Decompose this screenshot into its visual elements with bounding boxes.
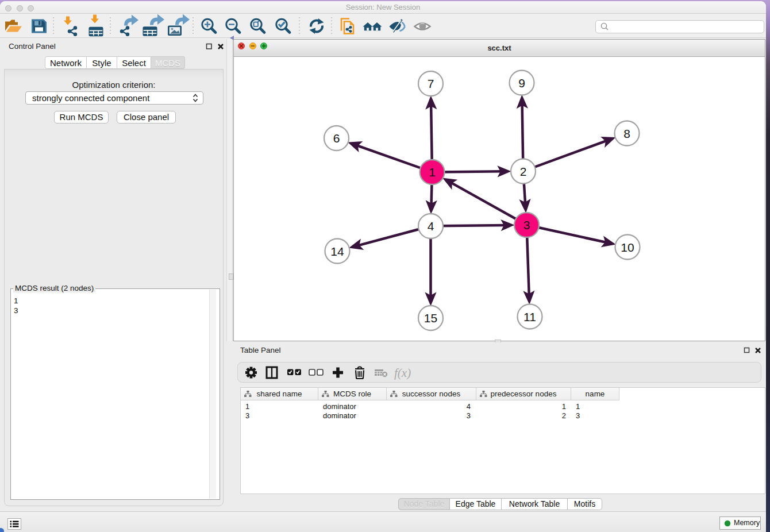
svg-text:8: 8 xyxy=(623,127,630,140)
svg-text:4: 4 xyxy=(428,219,434,233)
svg-text:f(x): f(x) xyxy=(394,366,411,380)
svg-text:7: 7 xyxy=(428,77,434,90)
svg-text:1: 1 xyxy=(429,165,436,179)
svg-text:9: 9 xyxy=(518,76,525,90)
svg-text:15: 15 xyxy=(424,311,437,325)
svg-text:2: 2 xyxy=(520,165,527,178)
svg-text:6: 6 xyxy=(333,132,340,145)
svg-text:10: 10 xyxy=(621,241,634,254)
svg-text:3: 3 xyxy=(523,218,530,232)
svg-text:14: 14 xyxy=(330,245,344,258)
svg-text:11: 11 xyxy=(523,310,536,323)
